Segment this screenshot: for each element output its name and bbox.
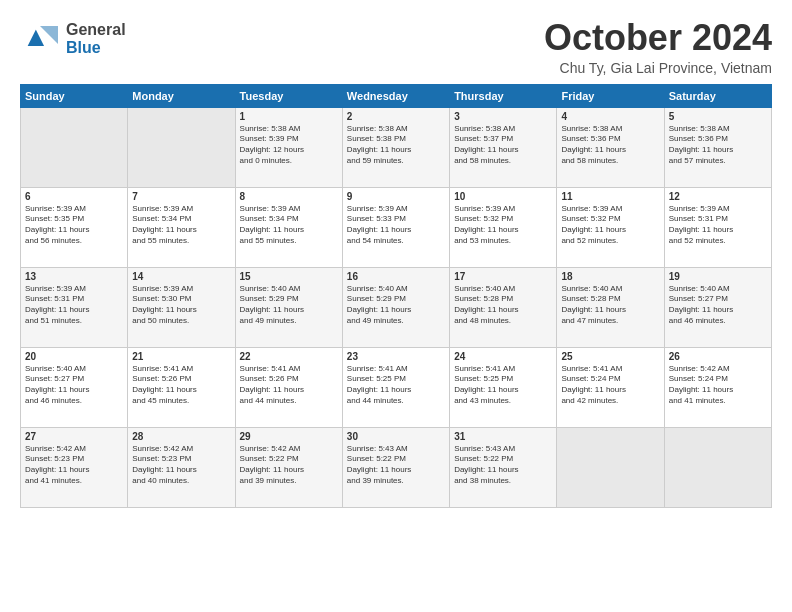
cell-content: Sunrise: 5:40 AM Sunset: 5:27 PM Dayligh…: [25, 364, 123, 407]
calendar-cell: 27Sunrise: 5:42 AM Sunset: 5:23 PM Dayli…: [21, 427, 128, 507]
subtitle: Chu Ty, Gia Lai Province, Vietnam: [544, 60, 772, 76]
day-number: 7: [132, 191, 230, 202]
day-number: 23: [347, 351, 445, 362]
cell-content: Sunrise: 5:38 AM Sunset: 5:36 PM Dayligh…: [669, 124, 767, 167]
day-number: 24: [454, 351, 552, 362]
day-number: 4: [561, 111, 659, 122]
calendar-cell: 1Sunrise: 5:38 AM Sunset: 5:39 PM Daylig…: [235, 107, 342, 187]
cell-content: Sunrise: 5:40 AM Sunset: 5:27 PM Dayligh…: [669, 284, 767, 327]
day-number: 13: [25, 271, 123, 282]
calendar-cell: 22Sunrise: 5:41 AM Sunset: 5:26 PM Dayli…: [235, 347, 342, 427]
calendar-cell: 4Sunrise: 5:38 AM Sunset: 5:36 PM Daylig…: [557, 107, 664, 187]
day-number: 31: [454, 431, 552, 442]
cell-content: Sunrise: 5:40 AM Sunset: 5:28 PM Dayligh…: [561, 284, 659, 327]
day-number: 8: [240, 191, 338, 202]
svg-text:▲: ▲: [22, 21, 50, 52]
day-number: 22: [240, 351, 338, 362]
cell-content: Sunrise: 5:41 AM Sunset: 5:26 PM Dayligh…: [240, 364, 338, 407]
calendar-cell: 6Sunrise: 5:39 AM Sunset: 5:35 PM Daylig…: [21, 187, 128, 267]
calendar-cell: 2Sunrise: 5:38 AM Sunset: 5:38 PM Daylig…: [342, 107, 449, 187]
header: ▲ General Blue October 2024 Chu Ty, Gia …: [20, 18, 772, 76]
calendar-cell: 3Sunrise: 5:38 AM Sunset: 5:37 PM Daylig…: [450, 107, 557, 187]
cell-content: Sunrise: 5:39 AM Sunset: 5:32 PM Dayligh…: [561, 204, 659, 247]
calendar-cell: 25Sunrise: 5:41 AM Sunset: 5:24 PM Dayli…: [557, 347, 664, 427]
day-number: 9: [347, 191, 445, 202]
calendar-cell: 8Sunrise: 5:39 AM Sunset: 5:34 PM Daylig…: [235, 187, 342, 267]
cell-content: Sunrise: 5:40 AM Sunset: 5:28 PM Dayligh…: [454, 284, 552, 327]
calendar-cell: [21, 107, 128, 187]
day-number: 29: [240, 431, 338, 442]
day-number: 26: [669, 351, 767, 362]
calendar-cell: 12Sunrise: 5:39 AM Sunset: 5:31 PM Dayli…: [664, 187, 771, 267]
cell-content: Sunrise: 5:42 AM Sunset: 5:23 PM Dayligh…: [132, 444, 230, 487]
calendar-cell: 28Sunrise: 5:42 AM Sunset: 5:23 PM Dayli…: [128, 427, 235, 507]
day-number: 11: [561, 191, 659, 202]
calendar-cell: 23Sunrise: 5:41 AM Sunset: 5:25 PM Dayli…: [342, 347, 449, 427]
weekday-header-friday: Friday: [557, 84, 664, 107]
cell-content: Sunrise: 5:39 AM Sunset: 5:34 PM Dayligh…: [132, 204, 230, 247]
weekday-header-thursday: Thursday: [450, 84, 557, 107]
cell-content: Sunrise: 5:42 AM Sunset: 5:24 PM Dayligh…: [669, 364, 767, 407]
cell-content: Sunrise: 5:39 AM Sunset: 5:34 PM Dayligh…: [240, 204, 338, 247]
cell-content: Sunrise: 5:38 AM Sunset: 5:37 PM Dayligh…: [454, 124, 552, 167]
day-number: 18: [561, 271, 659, 282]
cell-content: Sunrise: 5:41 AM Sunset: 5:25 PM Dayligh…: [347, 364, 445, 407]
calendar-cell: 9Sunrise: 5:39 AM Sunset: 5:33 PM Daylig…: [342, 187, 449, 267]
day-number: 1: [240, 111, 338, 122]
main-title: October 2024: [544, 18, 772, 58]
calendar-cell: 19Sunrise: 5:40 AM Sunset: 5:27 PM Dayli…: [664, 267, 771, 347]
calendar-cell: 10Sunrise: 5:39 AM Sunset: 5:32 PM Dayli…: [450, 187, 557, 267]
cell-content: Sunrise: 5:41 AM Sunset: 5:26 PM Dayligh…: [132, 364, 230, 407]
calendar-cell: 17Sunrise: 5:40 AM Sunset: 5:28 PM Dayli…: [450, 267, 557, 347]
calendar-cell: [557, 427, 664, 507]
cell-content: Sunrise: 5:41 AM Sunset: 5:25 PM Dayligh…: [454, 364, 552, 407]
cell-content: Sunrise: 5:38 AM Sunset: 5:38 PM Dayligh…: [347, 124, 445, 167]
week-row-5: 27Sunrise: 5:42 AM Sunset: 5:23 PM Dayli…: [21, 427, 772, 507]
calendar-cell: 29Sunrise: 5:42 AM Sunset: 5:22 PM Dayli…: [235, 427, 342, 507]
calendar-cell: 31Sunrise: 5:43 AM Sunset: 5:22 PM Dayli…: [450, 427, 557, 507]
cell-content: Sunrise: 5:38 AM Sunset: 5:36 PM Dayligh…: [561, 124, 659, 167]
cell-content: Sunrise: 5:40 AM Sunset: 5:29 PM Dayligh…: [240, 284, 338, 327]
cell-content: Sunrise: 5:39 AM Sunset: 5:32 PM Dayligh…: [454, 204, 552, 247]
cell-content: Sunrise: 5:41 AM Sunset: 5:24 PM Dayligh…: [561, 364, 659, 407]
cell-content: Sunrise: 5:43 AM Sunset: 5:22 PM Dayligh…: [454, 444, 552, 487]
cell-content: Sunrise: 5:40 AM Sunset: 5:29 PM Dayligh…: [347, 284, 445, 327]
day-number: 12: [669, 191, 767, 202]
day-number: 27: [25, 431, 123, 442]
calendar-cell: 26Sunrise: 5:42 AM Sunset: 5:24 PM Dayli…: [664, 347, 771, 427]
calendar-cell: 21Sunrise: 5:41 AM Sunset: 5:26 PM Dayli…: [128, 347, 235, 427]
day-number: 25: [561, 351, 659, 362]
logo-line1: General: [66, 21, 126, 39]
cell-content: Sunrise: 5:42 AM Sunset: 5:23 PM Dayligh…: [25, 444, 123, 487]
day-number: 5: [669, 111, 767, 122]
calendar-cell: 7Sunrise: 5:39 AM Sunset: 5:34 PM Daylig…: [128, 187, 235, 267]
weekday-header-sunday: Sunday: [21, 84, 128, 107]
day-number: 2: [347, 111, 445, 122]
cell-content: Sunrise: 5:39 AM Sunset: 5:35 PM Dayligh…: [25, 204, 123, 247]
weekday-header-saturday: Saturday: [664, 84, 771, 107]
logo-text: General Blue: [66, 21, 126, 56]
calendar-cell: 24Sunrise: 5:41 AM Sunset: 5:25 PM Dayli…: [450, 347, 557, 427]
cell-content: Sunrise: 5:42 AM Sunset: 5:22 PM Dayligh…: [240, 444, 338, 487]
day-number: 28: [132, 431, 230, 442]
calendar-cell: 11Sunrise: 5:39 AM Sunset: 5:32 PM Dayli…: [557, 187, 664, 267]
logo-line2: Blue: [66, 39, 126, 57]
title-block: October 2024 Chu Ty, Gia Lai Province, V…: [544, 18, 772, 76]
day-number: 17: [454, 271, 552, 282]
cell-content: Sunrise: 5:38 AM Sunset: 5:39 PM Dayligh…: [240, 124, 338, 167]
cell-content: Sunrise: 5:39 AM Sunset: 5:33 PM Dayligh…: [347, 204, 445, 247]
day-number: 19: [669, 271, 767, 282]
calendar-table: SundayMondayTuesdayWednesdayThursdayFrid…: [20, 84, 772, 508]
calendar-cell: 16Sunrise: 5:40 AM Sunset: 5:29 PM Dayli…: [342, 267, 449, 347]
day-number: 15: [240, 271, 338, 282]
week-row-4: 20Sunrise: 5:40 AM Sunset: 5:27 PM Dayli…: [21, 347, 772, 427]
cell-content: Sunrise: 5:43 AM Sunset: 5:22 PM Dayligh…: [347, 444, 445, 487]
logo: ▲ General Blue: [20, 18, 126, 60]
cell-content: Sunrise: 5:39 AM Sunset: 5:31 PM Dayligh…: [25, 284, 123, 327]
week-row-2: 6Sunrise: 5:39 AM Sunset: 5:35 PM Daylig…: [21, 187, 772, 267]
calendar-cell: 5Sunrise: 5:38 AM Sunset: 5:36 PM Daylig…: [664, 107, 771, 187]
weekday-header-wednesday: Wednesday: [342, 84, 449, 107]
day-number: 10: [454, 191, 552, 202]
day-number: 16: [347, 271, 445, 282]
calendar-cell: 20Sunrise: 5:40 AM Sunset: 5:27 PM Dayli…: [21, 347, 128, 427]
